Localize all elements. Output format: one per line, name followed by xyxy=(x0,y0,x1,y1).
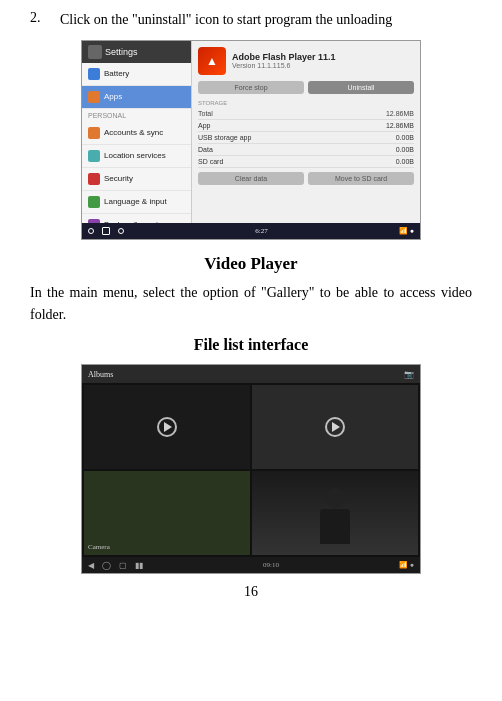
gallery-screenshot: Albums 📷 xyxy=(81,364,421,574)
status-time: 6:27 xyxy=(255,227,267,235)
storage-usb-label: USB storage app xyxy=(198,134,251,141)
location-icon xyxy=(88,150,100,162)
location-label: Location services xyxy=(104,151,166,160)
accounts-label: Accounts & sync xyxy=(104,128,163,137)
file-list-title: File list interface xyxy=(30,336,472,354)
gallery-cell-4[interactable] xyxy=(252,471,418,555)
security-label: Security xyxy=(104,174,133,183)
app-info: Adobe Flash Player 11.1 Version 11.1.115… xyxy=(232,52,414,69)
gallery-status-bar: ◀ ◯ ▢ ▮▮ 09:10 📶 ● xyxy=(82,557,420,573)
language-label: Language & input xyxy=(104,197,167,206)
storage-data-value: 0.00B xyxy=(396,146,414,153)
sidebar-item-apps[interactable]: Apps xyxy=(82,86,191,109)
settings-header: Settings xyxy=(82,41,191,63)
storage-app-value: 12.86MB xyxy=(386,122,414,129)
language-icon xyxy=(88,196,100,208)
settings-screenshot: Settings Battery Apps PERSONAL Accounts … xyxy=(81,40,421,240)
move-to-sd-button[interactable]: Move to SD card xyxy=(308,172,414,185)
app-version: Version 11.1.115.6 xyxy=(232,62,414,69)
step-number: 2. xyxy=(30,10,60,26)
action-buttons: Force stop Uninstall xyxy=(198,81,414,94)
sidebar-item-battery[interactable]: Battery xyxy=(82,63,191,86)
albums-label: Albums xyxy=(88,370,113,379)
storage-total-label: Total xyxy=(198,110,213,117)
storage-row-usb: USB storage app 0.00B xyxy=(198,132,414,144)
app-details-panel: ▲ Adobe Flash Player 11.1 Version 11.1.1… xyxy=(192,41,420,239)
storage-sd-label: SD card xyxy=(198,158,223,165)
gallery-topbar: Albums 📷 xyxy=(82,365,420,383)
storage-row-sd: SD card 0.00B xyxy=(198,156,414,168)
security-icon xyxy=(88,173,100,185)
apps-label: Apps xyxy=(104,92,122,101)
uninstall-button[interactable]: Uninstall xyxy=(308,81,414,94)
home-icon: ◯ xyxy=(102,561,111,570)
gallery-cell-camera[interactable]: Camera xyxy=(84,471,250,555)
sidebar-item-accounts[interactable]: Accounts & sync xyxy=(82,122,191,145)
page-number: 16 xyxy=(30,584,472,600)
camera-cell-label: Camera xyxy=(88,543,110,551)
force-stop-button[interactable]: Force stop xyxy=(198,81,304,94)
storage-row-app: App 12.86MB xyxy=(198,120,414,132)
storage-row-total: Total 12.86MB xyxy=(198,108,414,120)
step-header: 2. Click on the "uninstall" icon to star… xyxy=(30,10,472,30)
apps-icon xyxy=(88,91,100,103)
figure-head xyxy=(325,488,345,508)
back-icon: ◀ xyxy=(88,561,94,570)
clear-data-button[interactable]: Clear data xyxy=(198,172,304,185)
play-btn-2[interactable] xyxy=(325,417,345,437)
figure-body xyxy=(320,509,350,544)
storage-row-data: Data 0.00B xyxy=(198,144,414,156)
sidebar-item-location[interactable]: Location services xyxy=(82,145,191,168)
play-triangle-2 xyxy=(332,422,340,432)
recent-icon: ▢ xyxy=(119,561,127,570)
settings-sidebar: Settings Battery Apps PERSONAL Accounts … xyxy=(82,41,192,239)
storage-section: STORAGE Total 12.86MB App 12.86MB USB st… xyxy=(198,100,414,168)
storage-app-label: App xyxy=(198,122,210,129)
settings-screen: Settings Battery Apps PERSONAL Accounts … xyxy=(81,40,421,240)
status-bar: 6:27 📶 ● xyxy=(82,223,420,239)
video-player-title: Video Player xyxy=(30,254,472,274)
camera-icon-top: 📷 xyxy=(404,370,414,379)
app-name: Adobe Flash Player 11.1 xyxy=(232,52,414,62)
storage-title: STORAGE xyxy=(198,100,414,106)
battery-label: Battery xyxy=(104,69,129,78)
play-btn-1[interactable] xyxy=(157,417,177,437)
status-icons: 📶 ● xyxy=(399,227,414,235)
storage-data-label: Data xyxy=(198,146,213,153)
figure-bg xyxy=(252,471,418,555)
storage-sd-value: 0.00B xyxy=(396,158,414,165)
nav-icons xyxy=(88,227,124,235)
gallery-screen: Albums 📷 xyxy=(81,364,421,574)
gallery-cell-2[interactable] xyxy=(252,385,418,469)
gallery-status-icons: 📶 ● xyxy=(399,561,414,569)
settings-icon xyxy=(88,45,102,59)
gallery-cell-1[interactable] xyxy=(84,385,250,469)
personal-label: PERSONAL xyxy=(82,109,191,122)
battery-icon xyxy=(88,68,100,80)
page-content: 2. Click on the "uninstall" icon to star… xyxy=(0,0,502,626)
flash-icon: ▲ xyxy=(198,47,226,75)
back-nav-icon xyxy=(88,228,94,234)
volume-icon: ▮▮ xyxy=(135,561,143,570)
sidebar-item-security[interactable]: Security xyxy=(82,168,191,191)
accounts-icon xyxy=(88,127,100,139)
recent-nav-icon xyxy=(118,228,124,234)
sidebar-item-language[interactable]: Language & input xyxy=(82,191,191,214)
bottom-buttons: Clear data Move to SD card xyxy=(198,172,414,185)
step-text: Click on the "uninstall" icon to start p… xyxy=(60,10,392,30)
body-text: In the main menu, select the option of "… xyxy=(30,282,472,327)
settings-header-label: Settings xyxy=(105,47,138,57)
home-nav-icon xyxy=(102,227,110,235)
app-header: ▲ Adobe Flash Player 11.1 Version 11.1.1… xyxy=(198,47,414,75)
gallery-view: Albums 📷 xyxy=(82,365,420,573)
gallery-nav-icons: ◀ ◯ ▢ ▮▮ xyxy=(88,561,143,570)
storage-total-value: 12.86MB xyxy=(386,110,414,117)
play-triangle-1 xyxy=(164,422,172,432)
gallery-grid: Camera xyxy=(82,383,420,557)
android-settings: Settings Battery Apps PERSONAL Accounts … xyxy=(82,41,420,239)
storage-usb-value: 0.00B xyxy=(396,134,414,141)
gallery-time: 09:10 xyxy=(263,561,279,569)
